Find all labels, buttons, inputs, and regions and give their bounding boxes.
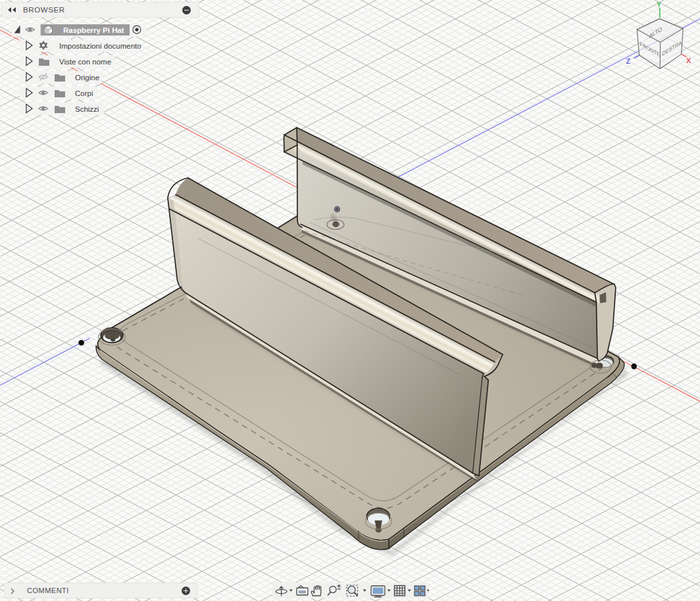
svg-text:Corpi: Corpi xyxy=(75,89,93,97)
svg-text:Z: Z xyxy=(626,57,631,65)
svg-text:Schizzi: Schizzi xyxy=(75,105,99,113)
svg-text:Viste con nome: Viste con nome xyxy=(59,58,111,66)
svg-text:Raspberry Pi Hat: Raspberry Pi Hat xyxy=(63,26,124,34)
svg-text:X: X xyxy=(686,57,691,64)
svg-text:Y: Y xyxy=(657,1,661,9)
svg-text:Impostazioni documento: Impostazioni documento xyxy=(59,42,141,50)
svg-text:Origine: Origine xyxy=(75,74,99,82)
